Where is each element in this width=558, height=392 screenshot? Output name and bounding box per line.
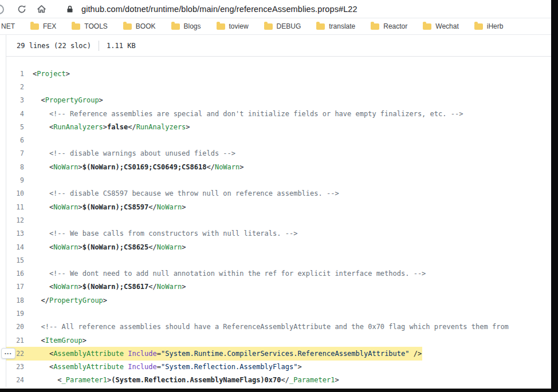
line-number[interactable]: 4 <box>6 110 33 118</box>
bookmark-label: NET <box>1 22 15 30</box>
code-token: NoWarn <box>157 283 182 291</box>
line-number[interactable]: 14 <box>6 243 33 251</box>
code-text: <AssemblyAttribute Include="System.Runti… <box>33 350 422 358</box>
folder-icon <box>264 23 273 30</box>
screen-right-black-strip <box>551 0 558 392</box>
code-token: $(NoWarn);CS8617 <box>82 283 149 291</box>
code-line-10: 10 <!-- disable CS8597 because we throw … <box>6 187 558 200</box>
code-token: > <box>66 70 70 78</box>
code-token: NoWarn <box>53 243 78 251</box>
bookmark-tools[interactable]: TOOLS <box>72 22 107 30</box>
bookmark-label: DEBUG <box>277 22 301 30</box>
code-text: <!-- Reference assemblies are special an… <box>33 110 463 118</box>
code-text: <_Parameter1>(System.Reflection.Assembly… <box>33 376 339 384</box>
url-text[interactable]: github.com/dotnet/runtime/blob/main/eng/… <box>81 5 357 14</box>
code-line-17: 17 <NoWarn>$(NoWarn);CS8617</NoWarn> <box>6 280 558 294</box>
bookmark-debug[interactable]: DEBUG <box>264 22 301 30</box>
line-number[interactable]: 24 <box>6 376 33 384</box>
line-number[interactable]: 6 <box>6 136 33 144</box>
code-token: </ <box>128 123 136 131</box>
code-token: RunAnalyzers <box>53 123 103 131</box>
code-token: </ <box>206 163 214 171</box>
bookmark-label: Blogs <box>184 22 201 30</box>
code-text: <PropertyGroup> <box>33 96 103 104</box>
line-number[interactable]: 8 <box>6 163 33 171</box>
code-token: < <box>33 123 53 131</box>
folder-icon <box>171 23 180 30</box>
code-token: < <box>33 203 53 211</box>
home-icon[interactable] <box>34 2 48 16</box>
file-blob-container: 29 lines (22 sloc) 1.11 KB 1<Project>23 … <box>6 35 558 387</box>
code-line-12: 12 <box>6 213 558 227</box>
line-number[interactable]: 9 <box>6 176 33 184</box>
code-token: > <box>182 203 186 211</box>
code-token: > <box>335 376 339 384</box>
line-number[interactable]: 7 <box>6 149 33 157</box>
line-number[interactable]: 13 <box>6 229 33 237</box>
code-token: > <box>78 283 82 291</box>
code-line-22: •••22 <AssemblyAttribute Include="System… <box>6 347 558 360</box>
bookmark-translate[interactable]: translate <box>316 22 355 30</box>
code-line-8: 8 <NoWarn>$(NoWarn);CS0169;CS0649;CS8618… <box>6 160 558 173</box>
line-number[interactable]: 10 <box>6 189 33 197</box>
code-text: <!-- disable CS8597 because we throw nul… <box>33 189 339 197</box>
line-number[interactable]: 3 <box>6 96 33 104</box>
code-token: < <box>33 363 53 371</box>
bookmark-label: iHerb <box>487 22 504 30</box>
bookmark-fex[interactable]: FEX <box>30 22 56 30</box>
folder-icon <box>316 23 325 30</box>
code-token: NoWarn <box>157 243 182 251</box>
line-number[interactable]: 11 <box>6 203 33 211</box>
code-line-7: 7 <!-- disable warnings about unused fie… <box>6 147 558 160</box>
line-number[interactable]: 18 <box>6 296 33 304</box>
code-token: </ <box>33 296 49 304</box>
bookmark-label: Reactor <box>383 22 407 30</box>
lines-sloc-info: 29 lines (22 sloc) <box>17 42 91 50</box>
code-token: NoWarn <box>157 203 182 211</box>
code-line-9: 9 <box>6 173 558 187</box>
line-number[interactable]: 2 <box>6 83 33 91</box>
line-number[interactable]: 5 <box>6 123 33 131</box>
code-token: NoWarn <box>53 283 78 291</box>
line-number[interactable]: 20 <box>6 323 33 331</box>
bookmark-iherb[interactable]: iHerb <box>474 22 504 30</box>
line-number[interactable]: 23 <box>6 363 33 371</box>
bookmark-net[interactable]: NET <box>1 22 15 30</box>
code-text: </PropertyGroup> <box>33 296 107 304</box>
bookmark-blogs[interactable]: Blogs <box>171 22 201 30</box>
reload-icon-glyph <box>17 5 26 14</box>
line-number[interactable]: 1 <box>6 70 33 78</box>
code-token: </ <box>281 376 289 384</box>
line-number[interactable]: 15 <box>6 256 33 264</box>
code-text: <!-- All reference assemblies should hav… <box>33 323 509 331</box>
code-text: <AssemblyAttribute Include="System.Refle… <box>33 363 302 371</box>
code-token: $(NoWarn);CS0169;CS0649;CS8618 <box>82 163 207 171</box>
line-number[interactable]: 12 <box>6 216 33 224</box>
code-line-18: 18 </PropertyGroup> <box>6 294 558 307</box>
code-token: > <box>182 243 186 251</box>
lock-icon[interactable] <box>63 2 77 16</box>
line-number[interactable]: 19 <box>6 310 33 318</box>
code-token: </ <box>148 283 156 291</box>
code-token: < <box>33 283 53 291</box>
code-text: <RunAnalyzers>false</RunAnalyzers> <box>33 123 190 131</box>
reload-icon[interactable] <box>15 2 29 16</box>
bookmark-reactor[interactable]: Reactor <box>371 22 407 30</box>
line-number[interactable]: 17 <box>6 283 33 291</box>
line-number[interactable]: 21 <box>6 336 33 345</box>
vertical-divider <box>99 41 99 51</box>
code-token: false <box>107 123 128 131</box>
code-token: "System.Reflection.AssemblyFlags" <box>161 363 297 371</box>
code-line-3: 3 <PropertyGroup> <box>6 94 558 107</box>
bookmark-book[interactable]: BOOK <box>123 22 156 30</box>
code-token: </ <box>148 203 156 211</box>
line-number[interactable]: 16 <box>6 270 33 278</box>
bookmark-label: FEX <box>43 22 56 30</box>
file-size: 1.11 KB <box>107 42 136 50</box>
bookmark-wechat[interactable]: Wechat <box>423 22 458 30</box>
back-button-fragment[interactable] <box>0 5 4 14</box>
line-menu-button[interactable]: ••• <box>1 348 15 359</box>
code-token: ItemGroup <box>45 336 82 345</box>
code-token: > <box>78 163 82 171</box>
bookmark-toview[interactable]: toview <box>217 22 249 30</box>
